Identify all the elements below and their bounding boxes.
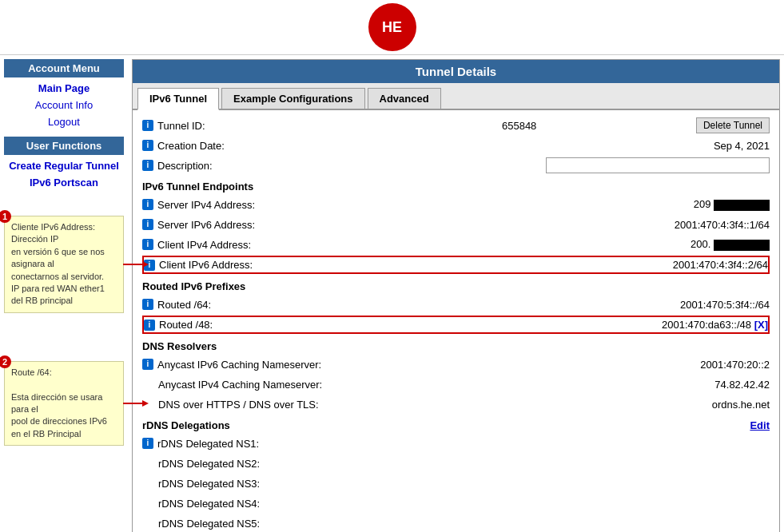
creation-date-row: i Creation Date: Sep 4, 2021 [142,137,770,154]
client-ipv4-icon: i [142,239,153,250]
content-area: Tunnel Details IPv6 Tunnel Example Confi… [132,59,780,532]
description-row: i Description: [142,157,770,174]
user-functions-header: User Functions [4,137,124,155]
client-ipv4-value: 200. [301,238,770,251]
arrow-2 [123,397,149,410]
creation-date-icon: i [142,140,153,151]
rdns-ns4-label: rDNS Delegated NS4: [158,498,302,510]
rdns-section-header: rDNS Delegations Edit [142,419,770,431]
rdns-ns2-label: rDNS Delegated NS2: [158,458,302,470]
arrow-1 [123,258,149,271]
tabs: IPv6 Tunnel Example Configurations Advan… [133,83,779,110]
rdns-ns5-label: rDNS Delegated NS5: [158,518,302,530]
anycast-ipv6-value: 2001:470:20::2 [381,359,770,371]
tab-example-configs[interactable]: Example Configurations [221,88,365,109]
dns-https-value: ordns.he.net [382,399,770,411]
tab-content: i Tunnel ID: 655848 Delete Tunnel i Crea… [133,110,779,532]
anycast-ipv4-value: 74.82.42.42 [382,379,770,391]
svg-marker-1 [142,261,149,268]
anycast-ipv6-icon: i [142,359,153,370]
routed48-label: Routed /48: [159,319,303,331]
routed64-icon: i [142,299,153,310]
client-ipv4-label: Client IPv4 Address: [157,239,301,251]
server-ipv6-row: i Server IPv6 Address: 2001:470:4:3f4::1… [142,216,770,233]
creation-date-label: Creation Date: [157,140,301,152]
page-title: Tunnel Details [133,60,779,83]
user-function-links: Create Regular Tunnel IPv6 Portscan [4,158,124,192]
routed48-icon: i [144,320,155,331]
sidebar: Account Menu Main Page Account Info Logo… [0,55,128,532]
server-ipv4-value: 209 [301,198,770,211]
annotation-1: 1 Cliente IPv6 Address: Dirección IP en … [4,216,124,313]
server-ipv4-redacted [714,200,770,211]
account-menu-header: Account Menu [4,59,124,77]
server-ipv4-label: Server IPv4 Address: [157,199,301,211]
dns-https-row: DNS over HTTPS / DNS over TLS: ordns.he.… [142,395,770,413]
description-label: Description: [157,160,301,172]
rdns-ns3-label: rDNS Delegated NS3: [158,478,302,490]
client-ipv6-row: i Client IPv6 Address: 2001:470:4:3f4::2… [142,256,770,274]
rdns-section-title: rDNS Delegations [142,419,230,431]
client-ipv6-value: 2001:470:4:3f4::2/64 [303,259,768,271]
create-tunnel-link[interactable]: Create Regular Tunnel [4,158,124,175]
description-input[interactable] [546,157,770,173]
rdns-ns1-icon: i [142,438,153,449]
client-ipv6-label: Client IPv6 Address: [159,259,303,271]
client-ipv4-redacted [714,240,770,251]
rdns-ns5-row: rDNS Delegated NS5: [142,514,770,532]
rdns-ns2-row: rDNS Delegated NS2: [142,455,770,472]
rdns-ns1-row: i rDNS Delegated NS1: [142,435,770,452]
logout-link[interactable]: Logout [4,114,124,131]
tab-advanced[interactable]: Advanced [368,88,441,109]
delete-tunnel-button[interactable]: Delete Tunnel [696,117,770,133]
annotation-number-1: 1 [0,210,11,223]
anycast-ipv4-label: Anycast IPv4 Caching Nameserver: [158,379,382,391]
main-page-link[interactable]: Main Page [4,81,124,97]
tunnel-id-icon: i [142,120,153,131]
tunnel-id-row: i Tunnel ID: 655848 Delete Tunnel [142,117,770,134]
anycast-ipv6-row: i Anycast IPv6 Caching Nameserver: 2001:… [142,355,770,373]
tunnel-id-label: Tunnel ID: [157,120,301,132]
rdns-ns3-row: rDNS Delegated NS3: [142,474,770,492]
server-ipv6-label: Server IPv6 Address: [157,219,301,231]
routed64-label: Routed /64: [157,299,301,311]
tab-ipv6-tunnel[interactable]: IPv6 Tunnel [137,88,219,110]
tunnel-id-number: 655848 [495,120,696,132]
annotation-number-2: 2 [0,355,11,368]
creation-date-value: Sep 4, 2021 [301,140,770,152]
server-ipv4-row: i Server IPv4 Address: 209 [142,196,770,213]
routed-section-title: Routed IPv6 Prefixes [142,280,770,292]
anycast-ipv4-row: Anycast IPv4 Caching Nameserver: 74.82.4… [142,375,770,393]
rdns-edit-link[interactable]: Edit [750,419,770,431]
description-icon: i [142,160,153,171]
account-links: Main Page Account Info Logout [4,81,124,130]
ipv6-portscan-link[interactable]: IPv6 Portscan [4,175,124,192]
rdns-ns1-label: rDNS Delegated NS1: [157,438,301,450]
server-ipv6-value: 2001:470:4:3f4::1/64 [301,219,770,231]
account-info-link[interactable]: Account Info [4,97,124,114]
description-value [301,157,770,173]
dns-https-label: DNS over HTTPS / DNS over TLS: [158,399,382,411]
client-ipv4-row: i Client IPv4 Address: 200. [142,236,770,253]
routed48-row: i Routed /48: 2001:470:da63::/48 [X] [142,316,770,334]
annotation-2: 2 Route /64: Esta dirección se usara par… [4,361,124,446]
dns-section-title: DNS Resolvers [142,340,770,352]
rdns-ns4-row: rDNS Delegated NS4: [142,494,770,512]
logo: HE [368,3,416,51]
svg-marker-3 [142,400,149,407]
routed48-value: 2001:470:da63::/48 [X] [303,319,768,331]
server-ipv4-icon: i [142,199,153,210]
endpoints-section-title: IPv6 Tunnel Endpoints [142,181,770,193]
routed64-value: 2001:470:5:3f4::/64 [301,299,770,311]
routed48-delete-link[interactable]: [X] [754,319,768,331]
routed64-row: i Routed /64: 2001:470:5:3f4::/64 [142,296,770,313]
anycast-ipv6-label: Anycast IPv6 Caching Nameserver: [157,359,381,371]
server-ipv6-icon: i [142,219,153,230]
